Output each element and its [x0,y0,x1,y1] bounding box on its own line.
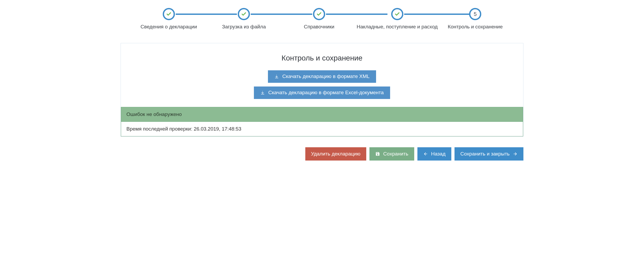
step-1[interactable]: Сведения о декларации [131,8,206,30]
step-circle [163,8,175,20]
step-label: Накладные, поступление и расход [357,24,438,30]
step-circle [391,8,403,20]
arrow-left-icon [423,152,428,156]
download-buttons: Скачать декларацию в формате XML Скачать… [121,70,523,99]
step-2[interactable]: Загрузка из файла [206,8,282,30]
download-xml-label: Скачать декларацию в формате XML [282,74,369,80]
last-check-time: Время последней проверки: 26.03.2019, 17… [121,122,523,136]
check-icon [316,11,322,17]
step-label: Справочники [304,24,334,30]
back-label: Назад [431,151,445,157]
check-icon [395,11,400,17]
step-5-current[interactable]: 5 Контроль и сохранение [438,8,513,30]
floppy-icon [375,152,380,156]
stepper: Сведения о декларации Загрузка из файла … [131,8,513,30]
check-icon [166,11,171,17]
status-heading: Ошибок не обнаружено [121,107,523,122]
save-label: Сохранить [383,151,408,157]
footer-actions: Удалить декларацию Сохранить Назад Сохра… [121,147,523,161]
step-label: Контроль и сохранение [448,24,503,30]
panel-title: Контроль и сохранение [121,54,523,62]
save-close-button[interactable]: Сохранить и закрыть [455,147,523,161]
download-icon [274,74,279,79]
delete-button[interactable]: Удалить декларацию [305,147,367,161]
download-icon [260,90,265,95]
save-close-label: Сохранить и закрыть [460,151,510,157]
control-save-panel: Контроль и сохранение Скачать декларацию… [121,43,523,137]
step-circle [238,8,250,20]
arrow-right-icon [513,152,518,156]
step-label: Загрузка из файла [222,24,266,30]
step-circle: 5 [469,8,481,20]
step-4[interactable]: Накладные, поступление и расход [357,8,438,30]
download-excel-button[interactable]: Скачать декларацию в формате Excel-докум… [254,87,390,99]
download-excel-label: Скачать декларацию в формате Excel-докум… [268,90,384,96]
step-label: Сведения о декларации [140,24,197,30]
step-number: 5 [474,11,477,17]
check-icon [241,11,246,17]
back-button[interactable]: Назад [417,147,451,161]
save-button[interactable]: Сохранить [369,147,414,161]
status-table: Ошибок не обнаружено Время последней про… [121,107,523,136]
delete-label: Удалить декларацию [311,151,361,157]
step-3[interactable]: Справочники [281,8,357,30]
download-xml-button[interactable]: Скачать декларацию в формате XML [268,70,376,83]
step-circle [313,8,325,20]
